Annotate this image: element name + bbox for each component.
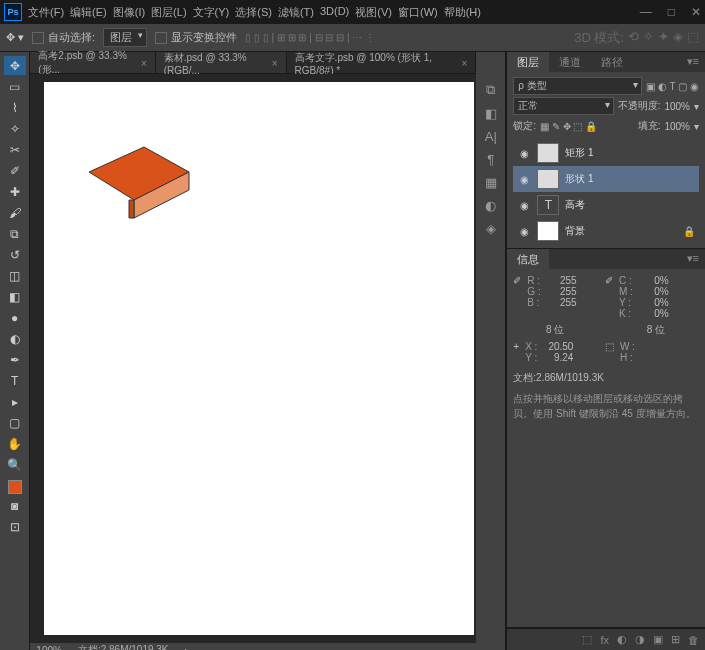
paths-tab[interactable]: 路径 [591,52,633,72]
quickmask-tool[interactable]: ◙ [4,496,26,515]
menu-view[interactable]: 视图(V) [355,5,392,20]
layer-filter[interactable]: ρ 类型 [513,77,642,95]
pen-tool[interactable]: ✒ [4,350,26,369]
close-button[interactable]: ✕ [691,5,701,19]
screenmode-tool[interactable]: ⊡ [4,517,26,536]
layer-thumb [537,169,559,189]
blur-tool[interactable]: ● [4,308,26,327]
statusbar: 100% 文档:2.86M/1019.3K▸ [30,643,476,650]
visibility-icon[interactable]: ◉ [517,200,531,211]
visibility-icon[interactable]: ◉ [517,174,531,185]
minimize-button[interactable]: — [640,5,652,19]
eraser-tool[interactable]: ◫ [4,266,26,285]
tab-0[interactable]: 高考2.psb @ 33.3% (形...× [30,52,155,73]
styles-icon[interactable]: ◈ [486,221,496,236]
para-icon[interactable]: ¶ [487,152,494,167]
menu-type[interactable]: 文字(Y) [193,5,230,20]
zoom-level[interactable]: 100% [36,645,62,651]
marquee-tool[interactable]: ▭ [4,77,26,96]
path-select-tool[interactable]: ▸ [4,392,26,411]
new-layer-icon[interactable]: ⊞ [671,633,680,646]
wand-tool[interactable]: ✧ [4,119,26,138]
brush-tool[interactable]: 🖌 [4,203,26,222]
auto-select-checkbox[interactable]: 自动选择: [32,30,95,45]
app-logo: Ps [4,3,22,21]
visibility-icon[interactable]: ◉ [517,226,531,237]
layer-name: 形状 1 [565,172,593,186]
canvas[interactable] [44,82,474,635]
3d-icon-2[interactable]: ✧ [643,29,654,47]
3d-icon-3[interactable]: ✦ [658,29,669,47]
menu-help[interactable]: 帮助(H) [444,5,481,20]
3d-icon-4[interactable]: ◈ [673,29,683,47]
close-icon[interactable]: × [461,58,467,69]
bits-1: 8 位 [513,323,597,337]
char-icon[interactable]: A| [485,129,497,144]
layer-thumb [537,143,559,163]
fx-icon[interactable]: fx [600,634,609,646]
hand-tool[interactable]: ✋ [4,434,26,453]
show-transform-checkbox[interactable]: 显示变换控件 [155,30,237,45]
move-tool[interactable]: ✥ [4,56,26,75]
stamp-tool[interactable]: ⧉ [4,224,26,243]
menu-filter[interactable]: 滤镜(T) [278,5,314,20]
panel-menu-icon[interactable]: ▾≡ [681,52,705,72]
visibility-icon[interactable]: ◉ [517,148,531,159]
gradient-tool[interactable]: ◧ [4,287,26,306]
auto-select-mode[interactable]: 图层 [103,28,147,47]
panel-menu-icon[interactable]: ▾≡ [681,249,705,269]
tab-1[interactable]: 素材.psd @ 33.3%(RGB/...× [156,52,287,73]
svg-marker-2 [129,200,134,218]
fill-adjust-icon[interactable]: ◑ [635,633,645,646]
group-icon[interactable]: ▣ [653,633,663,646]
menu-select[interactable]: 选择(S) [235,5,272,20]
toolbox: ✥ ▭ ⌇ ✧ ✂ ✐ ✚ 🖌 ⧉ ↺ ◫ ◧ ● ◐ ✒ T ▸ ▢ ✋ 🔍 … [0,52,30,650]
dodge-tool[interactable]: ◐ [4,329,26,348]
fill-value[interactable]: 100% [664,121,690,132]
menu-3d[interactable]: 3D(D) [320,5,349,20]
type-tool[interactable]: T [4,371,26,390]
eyedropper-tool[interactable]: ✐ [4,161,26,180]
maximize-button[interactable]: □ [668,5,675,19]
color-icon[interactable]: ◧ [485,106,497,121]
lasso-tool[interactable]: ⌇ [4,98,26,117]
adjust-icon[interactable]: ◐ [485,198,496,213]
3d-icon-1[interactable]: ⟲ [628,29,639,47]
heal-tool[interactable]: ✚ [4,182,26,201]
layer-row[interactable]: ◉ 矩形 1 [513,140,699,166]
zoom-tool[interactable]: 🔍 [4,455,26,474]
opacity-label: 不透明度: [618,99,661,113]
crop-tool[interactable]: ✂ [4,140,26,159]
lock-icons[interactable]: ▦ ✎ ✥ ⬚ 🔒 [540,121,597,132]
shape-tool[interactable]: ▢ [4,413,26,432]
history-brush-tool[interactable]: ↺ [4,245,26,264]
menu-file[interactable]: 文件(F) [28,5,64,20]
menu-layer[interactable]: 图层(L) [151,5,186,20]
link-icon[interactable]: ⬚ [582,633,592,646]
menu-image[interactable]: 图像(I) [113,5,145,20]
document-tabs: 高考2.psb @ 33.3% (形...× 素材.psd @ 33.3%(RG… [30,52,476,74]
filter-icons[interactable]: ▣ ◐ T ▢ ◉ [646,81,699,92]
blend-mode[interactable]: 正常 [513,97,613,115]
align-icons[interactable]: ▯ ▯ ▯ | ⊞ ⊞ ⊞ | ⊟ ⊟ ⊟ | ⋯ ⋮ [245,32,375,43]
opacity-value[interactable]: 100% [664,101,690,112]
layer-row[interactable]: ◉ T 高考 [513,192,699,218]
foreground-swatch[interactable] [8,480,22,494]
channels-tab[interactable]: 通道 [549,52,591,72]
layer-row[interactable]: ◉ 形状 1 [513,166,699,192]
menu-edit[interactable]: 编辑(E) [70,5,107,20]
swatches-icon[interactable]: ▦ [485,175,497,190]
canvas-area[interactable] [30,74,476,643]
close-icon[interactable]: × [272,58,278,69]
close-icon[interactable]: × [141,58,147,69]
trash-icon[interactable]: 🗑 [688,634,699,646]
layers-tab[interactable]: 图层 [507,52,549,72]
history-icon[interactable]: ⧉ [486,82,495,98]
layer-row[interactable]: ◉ 背景 🔒 [513,218,699,244]
tab-2[interactable]: 高考文字.psb @ 100% (形状 1, RGB/8#) *× [287,52,477,73]
3d-icon-5[interactable]: ⬚ [687,29,699,47]
info-tab[interactable]: 信息 [507,249,549,269]
menu-window[interactable]: 窗口(W) [398,5,438,20]
mask-icon[interactable]: ◐ [617,633,627,646]
doc-size: 文档:2.86M/1019.3K [78,643,169,650]
